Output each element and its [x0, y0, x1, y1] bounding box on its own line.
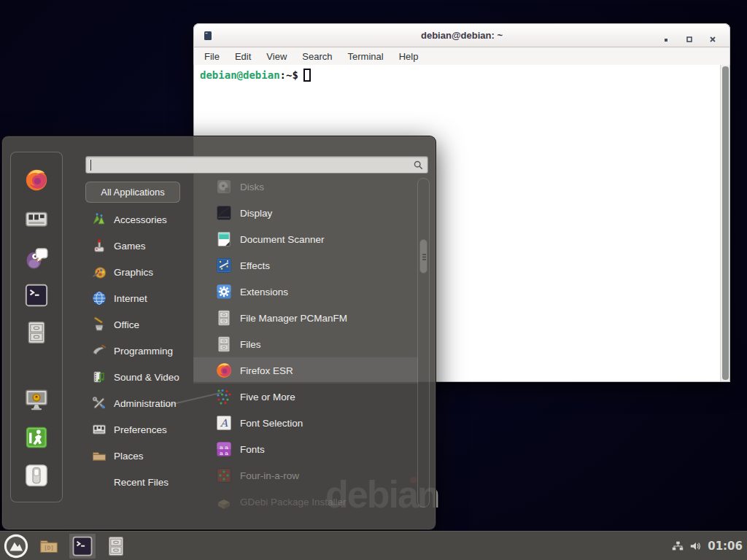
- category-office[interactable]: Office: [85, 311, 193, 338]
- taskbar-button-files-window[interactable]: [102, 533, 130, 559]
- graphics-icon: [91, 264, 107, 280]
- category-label: Recent Files: [114, 477, 169, 488]
- desktop: debian debian@debian: ~ FileEditViewSear…: [0, 0, 747, 560]
- all-applications-button[interactable]: All Applications: [85, 182, 180, 203]
- category-programming[interactable]: Programming: [85, 338, 193, 364]
- prompt-suffix: :~$: [280, 69, 298, 81]
- app-label: Fonts: [240, 444, 265, 455]
- category-games[interactable]: Games: [85, 233, 193, 259]
- fonts-icon: a aa a: [215, 440, 233, 458]
- display-icon: [215, 204, 233, 222]
- menu-item-view[interactable]: View: [266, 51, 287, 62]
- app-label: GDebi Package Installer: [240, 497, 347, 508]
- category-recent-files[interactable]: Recent Files: [85, 469, 193, 495]
- terminal-title: debian@debian: ~: [194, 30, 729, 41]
- category-label: Administration: [114, 398, 177, 409]
- maximize-button[interactable]: [683, 30, 696, 43]
- menu-item-edit[interactable]: Edit: [235, 51, 251, 62]
- firefox-icon: [24, 182, 49, 195]
- effects-icon: [215, 257, 233, 274]
- taskbar-button-file-manager-window[interactable]: [D]: [35, 533, 63, 559]
- category-places[interactable]: Places: [85, 443, 193, 469]
- category-sound-video[interactable]: Sound & Video: [85, 364, 193, 390]
- close-icon: [709, 33, 716, 40]
- category-preferences[interactable]: Preferences: [85, 416, 193, 443]
- file-cabinet-icon: [215, 309, 233, 327]
- maximize-icon: [686, 33, 693, 40]
- minimize-button[interactable]: [659, 30, 673, 43]
- app-label: Document Scanner: [240, 234, 325, 245]
- application-menu: All Applications AccessoriesGamesGraphic…: [1, 136, 436, 530]
- app-item-fonts[interactable]: a aa aFonts: [193, 436, 418, 462]
- favorite-file-manager[interactable]: [24, 320, 49, 345]
- category-label: Games: [114, 241, 146, 252]
- category-label: Programming: [114, 346, 173, 357]
- app-item-firefox-esr[interactable]: Firefox ESR: [193, 357, 418, 384]
- favorite-pidgin[interactable]: [24, 245, 49, 270]
- terminal-app-icon: [71, 535, 93, 557]
- window-list: [D]: [35, 533, 130, 559]
- minimize-icon: [662, 33, 670, 40]
- log-out-button[interactable]: [24, 425, 49, 450]
- volume-icon[interactable]: [689, 540, 703, 552]
- category-internet[interactable]: Internet: [85, 285, 193, 311]
- places-icon: [91, 448, 107, 464]
- lock-screen-icon: [24, 402, 49, 414]
- app-item-file-manager-pcmanfm[interactable]: File Manager PCManFM: [193, 305, 418, 331]
- favorite-firefox[interactable]: [24, 168, 49, 192]
- category-label: Graphics: [114, 267, 153, 278]
- search-input[interactable]: [85, 156, 428, 174]
- app-label: Disks: [240, 182, 264, 192]
- text-caret: [90, 160, 91, 171]
- app-item-document-scanner[interactable]: Document Scanner: [193, 226, 418, 252]
- menu-button[interactable]: [4, 534, 28, 559]
- category-graphics[interactable]: Graphics: [85, 259, 193, 285]
- terminal-titlebar[interactable]: debian@debian: ~: [193, 23, 730, 47]
- lock-screen-button[interactable]: [24, 387, 49, 412]
- app-item-disks: Disks: [193, 174, 418, 200]
- shutdown-icon: [24, 478, 49, 490]
- app-item-files[interactable]: Files: [193, 331, 418, 357]
- menu-scrollbar-thumb[interactable]: [419, 239, 427, 273]
- app-item-extensions[interactable]: Extensions: [193, 279, 418, 305]
- sound-video-icon: [91, 369, 107, 385]
- category-accessories[interactable]: Accessories: [85, 206, 193, 233]
- category-label: Places: [114, 451, 144, 462]
- app-label: File Manager PCManFM: [240, 313, 347, 324]
- category-label: Preferences: [114, 424, 167, 435]
- all-applications-label: All Applications: [101, 187, 164, 198]
- favorite-terminal[interactable]: [24, 283, 49, 308]
- menu-item-terminal[interactable]: Terminal: [348, 51, 384, 62]
- svg-text:a a: a a: [220, 450, 228, 456]
- menu-item-help[interactable]: Help: [399, 51, 419, 62]
- favorite-control-center[interactable]: [24, 206, 49, 231]
- taskbar-button-terminal-window[interactable]: [69, 533, 96, 559]
- app-item-gdebi-package-installer: GDebi Package Installer: [193, 489, 418, 515]
- file-cabinet-icon: [215, 335, 233, 353]
- application-list: DisksDisplayDocument ScannerEffectsExten…: [193, 174, 418, 515]
- shutdown-button[interactable]: [24, 463, 49, 488]
- terminal-cursor: [303, 69, 311, 82]
- prompt-user-host: debian@debian: [200, 69, 280, 81]
- folder-d-icon: [D]: [38, 535, 60, 557]
- app-item-effects[interactable]: Effects: [193, 252, 418, 279]
- menu-item-search[interactable]: Search: [302, 51, 332, 62]
- close-button[interactable]: [706, 30, 719, 43]
- app-item-five-or-more[interactable]: Five or More: [193, 384, 418, 410]
- network-icon[interactable]: [671, 540, 684, 552]
- app-label: Effects: [240, 260, 270, 271]
- menu-item-file[interactable]: File: [204, 51, 220, 62]
- terminal-scrollbar[interactable]: [720, 65, 729, 381]
- app-item-display[interactable]: Display: [193, 200, 418, 226]
- games-icon: [91, 238, 107, 254]
- menu-scrollbar[interactable]: [417, 178, 430, 508]
- app-label: Display: [240, 208, 272, 219]
- preferences-icon: [91, 421, 107, 438]
- app-label: Font Selection: [240, 418, 303, 429]
- system-tray: 01:06: [671, 532, 743, 560]
- clock[interactable]: 01:06: [708, 540, 743, 553]
- category-list: AccessoriesGamesGraphicsInternetOfficePr…: [85, 206, 193, 495]
- terminal-scrollbar-thumb[interactable]: [722, 66, 729, 380]
- app-item-font-selection[interactable]: AFont Selection: [193, 410, 418, 436]
- category-label: Sound & Video: [114, 372, 179, 383]
